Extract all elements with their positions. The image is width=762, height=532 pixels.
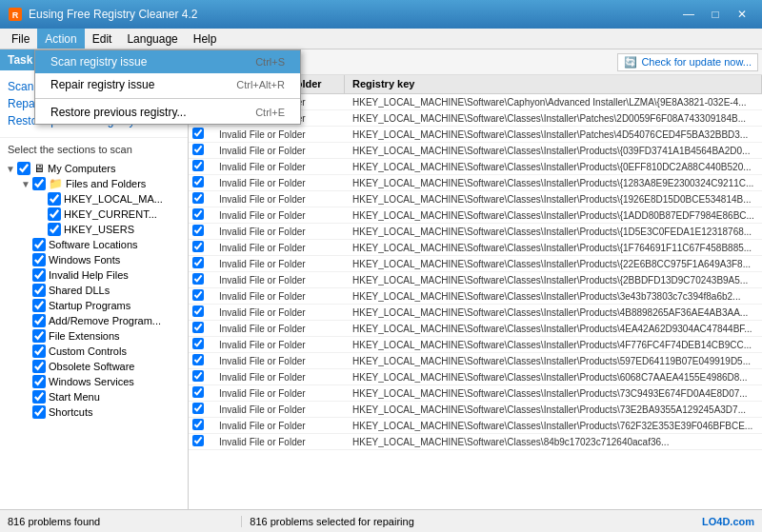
table-body: Invalid File or Folder HKEY_LOCAL_MACHIN… [189,94,762,509]
table-row[interactable]: Invalid File or Folder HKEY_LOCAL_MACHIN… [189,224,762,240]
window-controls[interactable]: — □ ✕ [676,5,754,24]
menu-file[interactable]: File [4,29,37,49]
minimize-button[interactable]: — [676,5,701,24]
table-row[interactable]: Invalid File or Folder HKEY_LOCAL_MACHIN… [189,127,762,143]
check-update-button[interactable]: 🔄 Check for update now... [617,53,758,71]
tree-children-root: ▼ 📁 Files and Folders HKEY_LOCAL_MA... H… [4,176,184,420]
add-remove-checkbox[interactable] [32,314,46,327]
tree-invalid-help[interactable]: Invalid Help Files [19,267,184,283]
startup-checkbox[interactable] [32,299,46,312]
maximize-button[interactable]: □ [703,5,728,24]
tree-start-menu[interactable]: Start Menu [19,389,184,404]
table-row[interactable]: Invalid File or Folder HKEY_LOCAL_MACHIN… [189,385,762,402]
tree-startup[interactable]: Startup Programs [19,298,184,313]
row-checkbox[interactable] [189,256,211,271]
file-ext-checkbox[interactable] [32,329,46,343]
row-checkbox[interactable] [189,288,211,304]
table-row[interactable]: Invalid File or Folder HKEY_LOCAL_MACHIN… [189,321,762,337]
custom-ctrl-checkbox[interactable] [32,345,46,358]
restore-registry-shortcut: Ctrl+E [255,107,285,118]
table-row[interactable]: Invalid File or Folder HKEY_LOCAL_MACHIN… [189,305,762,321]
sw-loc-checkbox[interactable] [32,238,46,251]
tree-obsolete[interactable]: Obsolete Software [19,359,184,374]
table-row[interactable]: Invalid File or Folder HKEY_LOCAL_MACHIN… [189,418,762,434]
custom-ctrl-label: Custom Controls [49,345,127,357]
tree-custom-controls[interactable]: Custom Controls [19,344,184,359]
obsolete-checkbox[interactable] [32,360,46,373]
row-checkbox[interactable] [189,224,211,239]
row-checkbox[interactable] [189,272,211,287]
row-checkbox[interactable] [189,385,211,401]
row-checkbox[interactable] [189,207,211,223]
tree-shortcuts[interactable]: Shortcuts [19,404,184,420]
row-checkbox[interactable] [189,143,211,158]
menu-edit[interactable]: Edit [85,29,120,49]
tree-root[interactable]: ▼ 🖥 My Computers [4,161,184,176]
win-fonts-checkbox[interactable] [32,253,46,266]
shared-dlls-checkbox[interactable] [32,284,46,297]
shortcuts-checkbox[interactable] [32,405,46,419]
row-key: HKEY_LOCAL_MACHINE\Software\Classes\Inst… [345,177,762,189]
row-type: Invalid File or Folder [211,226,345,238]
tree-windows-fonts[interactable]: Windows Fonts [19,252,184,267]
row-checkbox[interactable] [189,127,211,142]
table-row[interactable]: Invalid File or Folder HKEY_LOCAL_MACHIN… [189,175,762,191]
row-checkbox[interactable] [189,159,211,174]
table-row[interactable]: Invalid File or Folder HKEY_LOCAL_MACHIN… [189,159,762,175]
menu-language[interactable]: Language [119,29,185,49]
row-checkbox[interactable] [189,353,211,368]
row-checkbox[interactable] [189,434,211,449]
table-row[interactable]: Invalid File or Folder HKEY_LOCAL_MACHIN… [189,272,762,288]
table-row[interactable]: Invalid File or Folder HKEY_LOCAL_MACHIN… [189,288,762,305]
tree-file-ext[interactable]: File Extensions [19,328,184,344]
row-key: HKEY_LOCAL_MACHINE\Software\Classes\Inst… [345,242,762,254]
tree-hklm[interactable]: HKEY_LOCAL_MA... [34,191,184,207]
row-checkbox[interactable] [189,321,211,336]
row-checkbox[interactable] [189,175,211,190]
menu-scan-registry[interactable]: Scan registry issue Ctrl+S [35,50,300,73]
row-checkbox[interactable] [189,240,211,255]
tree-add-remove[interactable]: Add/Remove Program... [19,313,184,328]
menu-action[interactable]: Action [37,29,84,49]
row-checkbox[interactable] [189,369,211,384]
table-row[interactable]: Invalid File or Folder HKEY_LOCAL_MACHIN… [189,256,762,272]
row-checkbox[interactable] [189,305,211,320]
inv-help-checkbox[interactable] [32,268,46,282]
tree-hkcu[interactable]: HKEY_CURRENT... [34,207,184,222]
table-row[interactable]: Invalid File or Folder HKEY_LOCAL_MACHIN… [189,207,762,224]
table-row[interactable]: Invalid File or Folder HKEY_LOCAL_MACHIN… [189,337,762,353]
restore-registry-label: Restore previous registry... [50,106,187,119]
row-type: Invalid File or Folder [211,323,345,335]
table-row[interactable]: Invalid File or Folder HKEY_LOCAL_MACHIN… [189,369,762,385]
table-row[interactable]: Invalid File or Folder HKEY_LOCAL_MACHIN… [189,402,762,418]
update-icon: 🔄 [624,56,637,69]
hku-checkbox[interactable] [48,223,61,236]
menu-restore-registry[interactable]: Restore previous registry... Ctrl+E [35,101,300,124]
hklm-checkbox[interactable] [48,192,61,206]
start-menu-checkbox[interactable] [32,390,46,404]
tree-shared-dlls[interactable]: Shared DLLs [19,283,184,298]
tree-software-locations[interactable]: Software Locations [19,237,184,252]
table-row[interactable]: Invalid File or Folder HKEY_LOCAL_MACHIN… [189,143,762,159]
row-checkbox[interactable] [189,337,211,352]
win-svc-label: Windows Services [49,376,134,387]
row-key: HKEY_LOCAL_MACHINE\Software\Classes\Inst… [345,226,762,238]
table-row[interactable]: Invalid File or Folder HKEY_LOCAL_MACHIN… [189,353,762,369]
hkcu-checkbox[interactable] [48,207,61,221]
row-checkbox[interactable] [189,418,211,433]
row-checkbox[interactable] [189,402,211,417]
table-row[interactable]: Invalid File or Folder HKEY_LOCAL_MACHIN… [189,434,762,450]
tree-files-folders[interactable]: ▼ 📁 Files and Folders [19,176,184,191]
files-folders-checkbox[interactable] [32,177,46,190]
win-svc-checkbox[interactable] [32,375,46,388]
row-checkbox[interactable] [189,191,211,207]
tree-windows-services[interactable]: Windows Services [19,374,184,389]
menu-help[interactable]: Help [186,29,225,49]
menu-repair-registry[interactable]: Repair registry issue Ctrl+Alt+R [35,73,300,96]
table-row[interactable]: Invalid File or Folder HKEY_LOCAL_MACHIN… [189,240,762,256]
tree-hku[interactable]: HKEY_USERS [34,222,184,237]
action-dropdown-menu: Scan registry issue Ctrl+S Repair regist… [34,49,301,125]
root-checkbox[interactable] [17,162,30,175]
table-row[interactable]: Invalid File or Folder HKEY_LOCAL_MACHIN… [189,191,762,207]
close-button[interactable]: ✕ [730,5,754,24]
